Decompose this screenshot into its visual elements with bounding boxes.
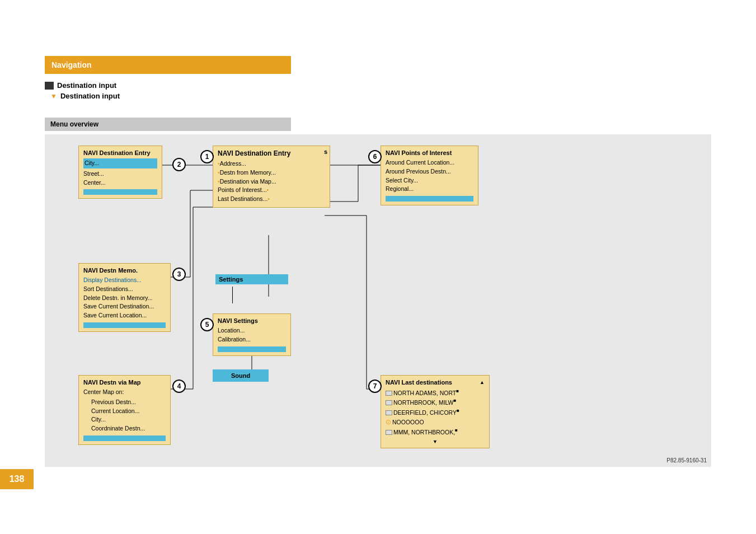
box6-blue-bar bbox=[386, 196, 473, 202]
reference-number: P82.85-9160-31 bbox=[666, 457, 707, 463]
s-badge: s bbox=[324, 148, 327, 155]
badge-4: 4 bbox=[172, 380, 186, 393]
badge-7: 7 bbox=[368, 380, 382, 393]
box3-save-current: Save Current Destination... bbox=[83, 302, 166, 311]
settings-connector bbox=[232, 287, 233, 303]
box3-save-location: Save Current Location... bbox=[83, 311, 166, 320]
nav-header: Navigation bbox=[45, 56, 291, 74]
breadcrumb-area: Destination input ▼ Destination input bbox=[45, 81, 120, 100]
breadcrumb-text1: Destination input bbox=[57, 81, 116, 90]
box4-current-loc: Current Location... bbox=[91, 407, 166, 416]
box1-destn-memory: •Destn from Memory... bbox=[218, 168, 325, 177]
box1-last-destn: Last Destinations...• bbox=[218, 195, 325, 204]
page-number: 138 bbox=[10, 474, 25, 484]
box6-navi-poi: NAVI Points of Interest Around Current L… bbox=[381, 146, 478, 205]
box3-title: NAVI Destn Memo. bbox=[83, 267, 166, 274]
box5-blue-bar bbox=[218, 346, 286, 352]
box3-delete: Delete Destn. in Memory... bbox=[83, 294, 166, 303]
menu-overview-bar: Menu overview bbox=[45, 118, 291, 131]
diagram-area: 2 NAVI Destination Entry City... Street.… bbox=[45, 134, 711, 467]
sound-label: Sound bbox=[231, 372, 250, 379]
box4-blue-bar bbox=[83, 435, 166, 441]
settings-title: Settings bbox=[215, 274, 288, 284]
box4-prev-destn: Previous Destn... bbox=[91, 398, 166, 407]
box5-navi-settings: NAVI Settings Location... Calibration... bbox=[213, 313, 291, 356]
box3-blue-bar bbox=[83, 322, 166, 328]
box2-navi-destination: NAVI Destination Entry City... Street...… bbox=[78, 146, 162, 199]
breadcrumb-square-icon bbox=[45, 82, 54, 90]
box3-sort: Sort Destinations... bbox=[83, 285, 166, 294]
box3-display: Display Destinations... bbox=[83, 276, 166, 285]
box1-poi: Points of Interest...• bbox=[218, 186, 325, 195]
box2-blue-bar bbox=[83, 189, 157, 195]
box6-title: NAVI Points of Interest bbox=[386, 149, 473, 156]
badge-5: 5 bbox=[200, 318, 214, 331]
badge-2: 2 bbox=[172, 158, 186, 171]
box7-down-arrow: ▼ bbox=[386, 439, 485, 444]
badge-1: 1 bbox=[200, 150, 214, 163]
box5-calibration: Calibration... bbox=[218, 335, 286, 344]
box1-address: •Address... bbox=[218, 160, 325, 168]
sound-box: Sound bbox=[213, 369, 269, 382]
box1-destn-map: •Destination via Map... bbox=[218, 177, 325, 186]
box7-item2: NORTHBROOK, MILW■ bbox=[386, 397, 485, 407]
nav-header-title: Navigation bbox=[51, 60, 92, 69]
badge-3: 3 bbox=[172, 268, 186, 281]
box6-select-city: Select City... bbox=[386, 176, 473, 185]
box7-navi-last-dest: NAVI Last destinations ▲ NORTH ADAMS, NO… bbox=[381, 375, 490, 448]
box4-coord: Coordninate Destn... bbox=[91, 424, 166, 433]
box6-regional: Regional... bbox=[386, 185, 473, 194]
menu-overview-label: Menu overview bbox=[50, 120, 98, 128]
box5-location: Location... bbox=[218, 326, 286, 335]
box4-city: City... bbox=[91, 415, 166, 424]
box2-city: City... bbox=[83, 158, 157, 168]
breadcrumb-item1: Destination input bbox=[45, 81, 120, 90]
page-number-tab: 138 bbox=[0, 469, 34, 489]
box3-navi-destn-memo: NAVI Destn Memo. Display Destinations...… bbox=[78, 263, 171, 332]
settings-box: Settings bbox=[215, 274, 288, 303]
box7-title: NAVI Last destinations bbox=[386, 379, 452, 386]
box1-title: NAVI Destination Entry bbox=[218, 149, 325, 157]
box7-item1: NORTH ADAMS, NORT■ bbox=[386, 388, 485, 397]
box2-street: Street... bbox=[83, 170, 157, 179]
box6-around-current: Around Current Location... bbox=[386, 158, 473, 167]
breadcrumb-text2: Destination input bbox=[60, 92, 120, 100]
box4-title: NAVI Destn via Map bbox=[83, 379, 166, 386]
breadcrumb-item2: ▼ Destination input bbox=[50, 92, 120, 100]
box6-around-prev: Around Previous Destn... bbox=[386, 167, 473, 176]
box7-up-icon: ▲ bbox=[480, 380, 485, 385]
box5-title: NAVI Settings bbox=[218, 317, 286, 324]
box2-center: Center... bbox=[83, 179, 157, 188]
box2-title: NAVI Destination Entry bbox=[83, 149, 157, 156]
box4-navi-destn-map: NAVI Destn via Map Center Map on: Previo… bbox=[78, 375, 171, 445]
box7-item3: DEERFIELD, CHICORY■ bbox=[386, 407, 485, 417]
box1-navi-destination: NAVI Destination Entry s •Address... •De… bbox=[213, 146, 330, 208]
box7-item4: ⊙NOOOOOO bbox=[386, 417, 485, 427]
box7-item5: MMM, NORTHBROOK,■ bbox=[386, 427, 485, 437]
badge-6: 6 bbox=[368, 150, 382, 163]
box4-subtitle: Center Map on: bbox=[83, 388, 166, 397]
breadcrumb-triangle-icon: ▼ bbox=[50, 92, 57, 100]
